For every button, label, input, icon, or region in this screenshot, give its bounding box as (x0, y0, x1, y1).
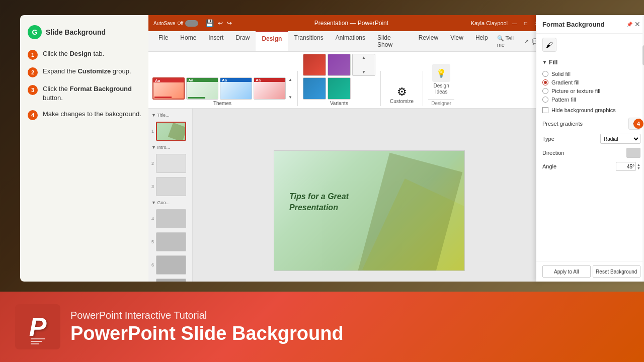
slide-thumb-6[interactable] (156, 255, 186, 275)
step-2-text: Expand the Customize group. (43, 67, 131, 76)
direction-label: Direction (542, 150, 564, 156)
radio-gradient-fill-btn[interactable] (542, 79, 548, 85)
fb-fill-header[interactable]: ▼ Fill (542, 56, 640, 69)
fb-close-button[interactable]: ✕ (634, 20, 640, 28)
apply-to-all-button[interactable]: Apply to All (542, 265, 591, 278)
hide-background-label: Hide background graphics (551, 107, 616, 113)
variant-4[interactable] (328, 77, 351, 100)
designer-label: Designer (428, 99, 454, 106)
customize-label: Customize (390, 99, 414, 104)
reset-background-button[interactable]: Reset Background (593, 265, 641, 278)
tab-help[interactable]: Help (469, 31, 494, 51)
tab-view[interactable]: View (444, 31, 469, 51)
fb-fill-section: ▼ Fill Solid fill Gradient fill Picture … (536, 56, 644, 113)
fb-type-row: Type Radial Linear Rectangular Path (542, 132, 640, 146)
tab-file[interactable]: File (152, 31, 174, 51)
panel-title: Slide Background (46, 28, 106, 36)
direction-button[interactable] (626, 148, 640, 158)
ppt-logo-letter: P (29, 312, 47, 342)
themes-scroll[interactable]: ▲ ▼ (288, 77, 292, 100)
powerpoint-window: AutoSave Off 💾 ↩ ↪ Presentation — PowerP… (148, 15, 546, 282)
slide-group-1: ▼ Title... (151, 113, 189, 118)
type-select[interactable]: Radial Linear Rectangular Path (600, 134, 640, 144)
share-icon[interactable]: ↗ (524, 38, 529, 45)
maximize-button[interactable]: □ (522, 19, 530, 27)
pattern-fill-label: Pattern fill (551, 97, 576, 103)
slide-thumb-3[interactable] (156, 177, 186, 196)
theme-2[interactable]: Aa (186, 77, 218, 100)
slide-group-2: ▼ Intro... (151, 145, 189, 150)
slide-thumb-7[interactable] (156, 279, 186, 282)
customize-group: ⚙ Customize (386, 83, 418, 106)
variant-scroll[interactable]: ▲ ▼ (352, 54, 375, 76)
autosave-state: Off (177, 21, 183, 26)
tab-design[interactable]: Design (256, 31, 288, 51)
slide-panel: ▼ Title... 1 ▼ Intro... 2 3 ▼ Goo... (148, 109, 193, 282)
radio-gradient-fill[interactable]: Gradient fill (542, 79, 640, 85)
tab-insert[interactable]: Insert (202, 31, 229, 51)
banner-subtitle: PowerPoint Interactive Tutorial (70, 310, 344, 321)
tab-draw[interactable]: Draw (229, 31, 256, 51)
tab-animations[interactable]: Animations (330, 31, 371, 51)
design-ideas-group: 💡 DesignIdeas Designer (428, 62, 454, 106)
fb-bottom-buttons: Apply to All Reset Background (536, 261, 644, 282)
fb-fill-arrow: ▼ (542, 60, 547, 65)
slide-thumb-5[interactable] (156, 232, 186, 251)
radio-solid-fill-btn[interactable] (542, 71, 548, 77)
ribbon: File Home Insert Draw Design Transitions… (148, 31, 546, 109)
fb-preset-row: Preset gradients ▼ (542, 116, 640, 132)
radio-picture-fill[interactable]: Picture or texture fill (542, 88, 640, 94)
radio-solid-fill[interactable]: Solid fill (542, 71, 640, 77)
slide-thumb-4[interactable] (156, 209, 186, 228)
title-bar-right: Kayla Claypool — □ ✕ (471, 19, 541, 27)
separator-2 (380, 71, 381, 106)
slide-canvas: Tips for a Great Presentation (274, 150, 465, 271)
undo-icon[interactable]: ↩ (218, 20, 223, 27)
banner-title: PowerPoint Slide Background (70, 323, 344, 344)
tab-slideshow[interactable]: Slide Show (371, 31, 413, 51)
fb-paint-button[interactable]: 🖌 (542, 38, 556, 52)
minimize-button[interactable]: — (511, 19, 519, 27)
radio-pattern-fill-btn[interactable] (542, 97, 548, 103)
customize-button[interactable]: ⚙ Customize (386, 83, 418, 106)
angle-label: Angle (542, 163, 556, 169)
themes-row: Aa Aa (152, 77, 292, 100)
tab-review[interactable]: Review (413, 31, 444, 51)
redo-icon[interactable]: ↪ (227, 20, 232, 27)
theme-1[interactable]: Aa (152, 77, 185, 100)
slide-text: Tips for a Great Presentation (289, 191, 349, 214)
ribbon-content: Aa Aa (148, 52, 546, 108)
angle-up[interactable]: ▲ (637, 163, 640, 166)
main-slide-area: Tips for a Great Presentation (193, 109, 546, 282)
tab-transitions[interactable]: Transitions (288, 31, 329, 51)
save-icon[interactable]: 💾 (205, 19, 214, 27)
slide-thumb-1[interactable] (156, 122, 186, 141)
design-ideas-button[interactable]: 💡 DesignIdeas (428, 62, 454, 97)
slide-thumb-2[interactable] (156, 154, 186, 173)
theme-3[interactable]: Aa (220, 77, 252, 100)
variant-2[interactable] (328, 54, 351, 76)
variants-row: ▲ ▼ (303, 54, 375, 76)
radio-pattern-fill[interactable]: Pattern fill (542, 97, 640, 103)
variant-3[interactable] (303, 77, 326, 100)
variant-1[interactable] (303, 54, 326, 76)
hide-background-checkbox[interactable] (542, 107, 548, 113)
gradient-fill-label: Gradient fill (551, 79, 580, 85)
angle-input[interactable] (616, 162, 636, 171)
separator-3 (423, 71, 423, 106)
step-2: 2 Expand the Customize group. (28, 67, 148, 77)
angle-down[interactable]: ▼ (637, 166, 640, 170)
fb-title: Format Background (542, 21, 605, 28)
window-title: Presentation — PowerPoint (232, 20, 470, 27)
slide-group-3: ▼ Goo... (151, 200, 189, 205)
ppt-logo: P (15, 304, 60, 349)
customize-icon: ⚙ (397, 85, 407, 99)
hide-background-item[interactable]: Hide background graphics (542, 107, 640, 113)
autosave-toggle[interactable] (185, 20, 198, 27)
tab-home[interactable]: Home (174, 31, 202, 51)
theme-4[interactable]: Aa (254, 77, 286, 100)
search-box[interactable]: 🔍 Tell me (497, 35, 521, 48)
radio-picture-fill-btn[interactable] (542, 88, 548, 94)
logo-line-3 (31, 343, 39, 344)
fb-pin-icon[interactable]: 📌 (626, 22, 632, 27)
